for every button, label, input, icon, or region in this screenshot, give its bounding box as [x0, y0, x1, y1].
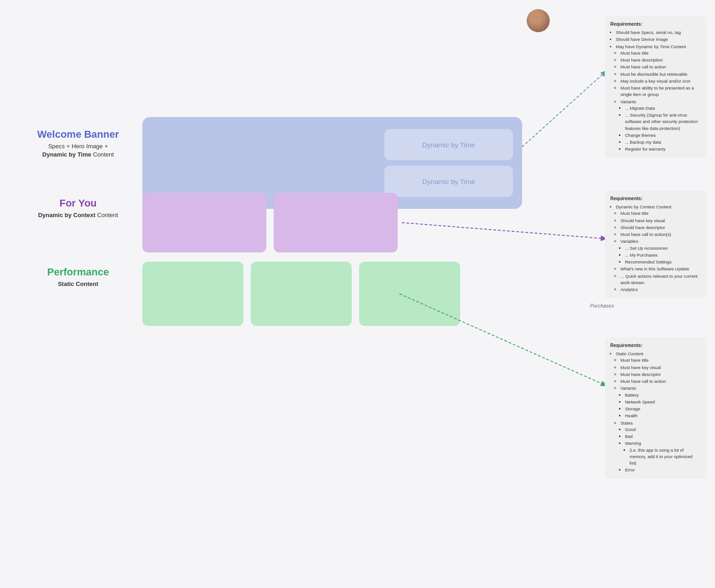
- performance-title: Performance: [28, 266, 129, 278]
- dynamic-time-label-1: Dynamic by Time: [422, 141, 475, 149]
- performance-section-label: Performance Static Content: [28, 266, 129, 288]
- foryou-subtitle: Dynamic by Context Content: [28, 211, 129, 219]
- req-title-1: Requirements:: [610, 21, 700, 28]
- purchases-label: Purchases: [590, 303, 614, 308]
- svg-line-1: [402, 223, 606, 239]
- avatar-image: [527, 9, 550, 32]
- performance-card-2: [251, 262, 352, 326]
- foryou-section-label: For You Dynamic by Context Content: [28, 197, 129, 219]
- foryou-title: For You: [28, 197, 129, 209]
- svg-line-0: [522, 71, 606, 147]
- req-list-1: Should have Specs, serial no, tag Should…: [610, 29, 700, 153]
- main-canvas: Welcome Banner Specs + Hero Image + Dyna…: [0, 0, 715, 588]
- foryou-card-1: [142, 193, 266, 252]
- requirements-box-1: Requirements: Should have Specs, serial …: [605, 16, 706, 158]
- performance-card-1: [142, 262, 243, 326]
- req-list-2: Dynamic by Context Content Must have tit…: [610, 204, 700, 293]
- requirements-box-3: Requirements: Static Content Must have t…: [605, 337, 706, 479]
- foryou-row: [142, 193, 398, 252]
- welcome-subtitle: Specs + Hero Image + Dynamic by Time Con…: [28, 142, 129, 159]
- avatar: [527, 9, 550, 32]
- performance-card-3: [359, 262, 460, 326]
- foryou-card-2: [274, 193, 398, 252]
- welcome-title: Welcome Banner: [28, 129, 129, 140]
- dynamic-time-card-1: Dynamic by Time: [384, 129, 513, 160]
- welcome-section-label: Welcome Banner Specs + Hero Image + Dyna…: [28, 129, 129, 159]
- dynamic-time-card-2: Dynamic by Time: [384, 166, 513, 197]
- requirements-box-2: Requirements: Dynamic by Context Content…: [605, 190, 706, 298]
- req-title-2: Requirements:: [610, 195, 700, 202]
- performance-row: [142, 262, 460, 326]
- dynamic-time-label-2: Dynamic by Time: [422, 178, 475, 185]
- req-title-3: Requirements:: [610, 342, 700, 349]
- req-list-3: Static Content Must have title Must have…: [610, 351, 700, 474]
- performance-subtitle: Static Content: [28, 280, 129, 288]
